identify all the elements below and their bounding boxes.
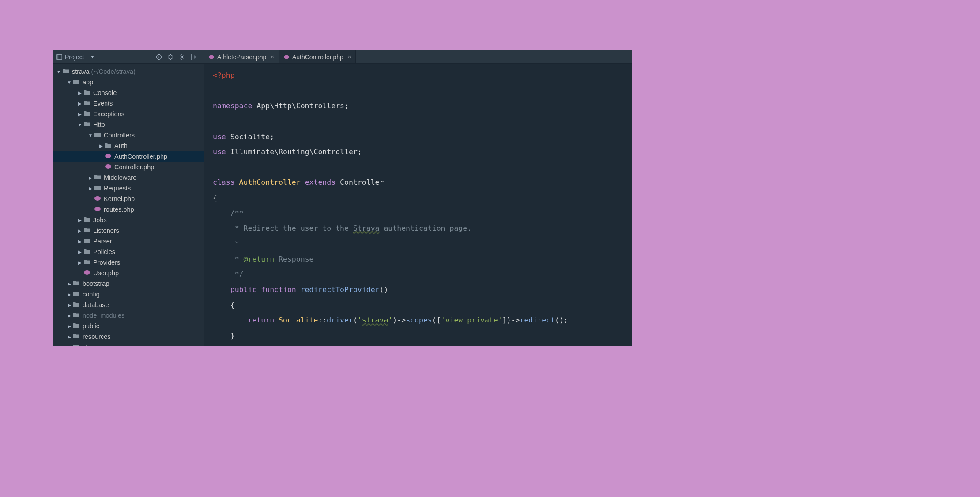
- project-panel-header[interactable]: Project ▼: [53, 50, 204, 63]
- chevron-right-icon[interactable]: ▶: [98, 144, 105, 148]
- tree-item-controllers[interactable]: ▼Controllers: [53, 130, 204, 140]
- tree-item-label: Parser: [93, 238, 112, 245]
- tree-item-storage[interactable]: ▶storage: [53, 342, 204, 346]
- code-token: driver: [327, 316, 353, 324]
- code-token: ([: [432, 316, 441, 324]
- tree-item-config[interactable]: ▶config: [53, 289, 204, 300]
- tree-item-hint: (~/Code/strava): [91, 68, 136, 75]
- chevron-right-icon[interactable]: ▶: [76, 91, 83, 95]
- tree-item-console[interactable]: ▶Console: [53, 87, 204, 98]
- code-editor[interactable]: <?php namespace App\Http\Controllers; us…: [204, 64, 632, 346]
- close-icon[interactable]: ×: [348, 53, 351, 60]
- chevron-down-icon[interactable]: ▼: [66, 80, 73, 85]
- target-icon[interactable]: [155, 53, 162, 61]
- tab-authcontroller[interactable]: AuthController.php ×: [279, 50, 356, 63]
- code-token: public: [213, 285, 256, 294]
- tree-item-exceptions[interactable]: ▶Exceptions: [53, 109, 204, 119]
- folder-icon: [73, 333, 83, 341]
- tree-item-label: Controller.php: [114, 163, 154, 171]
- chevron-right-icon[interactable]: ▶: [76, 218, 83, 223]
- chevron-right-icon[interactable]: ▶: [66, 303, 73, 307]
- tree-item-label: Auth: [114, 142, 128, 149]
- gear-icon[interactable]: [178, 53, 185, 61]
- editor-tabs: AthleteParser.php × AuthController.php ×: [204, 50, 356, 63]
- tree-item-label: Http: [93, 121, 105, 128]
- tree-item-database[interactable]: ▶database: [53, 300, 204, 310]
- topbar: Project ▼ AthleteParser.php × AuthContro…: [53, 50, 632, 64]
- php-file-icon: [94, 206, 104, 213]
- code-token: Socialite: [274, 316, 318, 324]
- tree-item-policies[interactable]: ▶Policies: [53, 247, 204, 257]
- chevron-right-icon[interactable]: ▶: [76, 250, 83, 254]
- chevron-right-icon[interactable]: ▶: [66, 324, 73, 329]
- project-label: Project: [65, 53, 84, 61]
- code-token: view_private: [445, 316, 498, 324]
- code-token: Controller: [335, 178, 384, 186]
- chevron-right-icon[interactable]: ▶: [66, 334, 73, 339]
- chevron-right-icon[interactable]: ▶: [66, 281, 73, 286]
- php-file-icon: [283, 54, 290, 60]
- tree-item-http[interactable]: ▼Http: [53, 119, 204, 130]
- tree-item-label: strava: [72, 68, 90, 75]
- tree-item-strava[interactable]: ▼strava (~/Code/strava): [53, 66, 204, 77]
- chevron-right-icon[interactable]: ▶: [76, 112, 83, 117]
- code-token: /**: [213, 209, 244, 217]
- tree-item-public[interactable]: ▶public: [53, 321, 204, 331]
- tree-item-providers[interactable]: ▶Providers: [53, 257, 204, 268]
- code-token: Socialite;: [226, 133, 274, 141]
- code-token: ::: [318, 316, 327, 324]
- close-icon[interactable]: ×: [271, 53, 274, 60]
- code-token: Response: [274, 255, 313, 263]
- chevron-right-icon[interactable]: ▶: [66, 345, 73, 347]
- folder-icon: [83, 110, 93, 118]
- collapse-icon[interactable]: [167, 53, 174, 61]
- chevron-right-icon[interactable]: ▶: [76, 260, 83, 265]
- tree-item-node-modules[interactable]: ▶node_modules: [53, 310, 204, 321]
- tree-item-label: User.php: [93, 269, 119, 277]
- chevron-right-icon[interactable]: ▶: [66, 292, 73, 297]
- chevron-right-icon[interactable]: ▶: [87, 175, 94, 180]
- folder-icon: [73, 312, 83, 319]
- tree-item-resources[interactable]: ▶resources: [53, 331, 204, 342]
- tree-item-user-php[interactable]: ▶User.php: [53, 268, 204, 278]
- tree-item-bootstrap[interactable]: ▶bootstrap: [53, 278, 204, 289]
- tree-item-events[interactable]: ▶Events: [53, 98, 204, 109]
- chevron-right-icon[interactable]: ▶: [76, 239, 83, 244]
- folder-icon: [83, 238, 93, 245]
- tab-athleteparser[interactable]: AthleteParser.php ×: [204, 50, 279, 63]
- chevron-down-icon[interactable]: ▼: [76, 122, 83, 127]
- project-tree[interactable]: ▼strava (~/Code/strava)▼app▶Console▶Even…: [53, 64, 204, 346]
- hide-icon[interactable]: [190, 53, 197, 61]
- code-token: @return: [244, 255, 275, 263]
- tree-item-app[interactable]: ▼app: [53, 77, 204, 87]
- tree-item-controller-php[interactable]: ▶Controller.php: [53, 162, 204, 172]
- tree-item-parser[interactable]: ▶Parser: [53, 236, 204, 247]
- svg-point-3: [158, 56, 160, 57]
- content-area: ▼strava (~/Code/strava)▼app▶Console▶Even…: [53, 64, 632, 346]
- tree-item-jobs[interactable]: ▶Jobs: [53, 215, 204, 225]
- folder-icon: [73, 322, 83, 330]
- folder-icon: [94, 132, 104, 139]
- tree-item-requests[interactable]: ▶Requests: [53, 183, 204, 193]
- folder-icon: [83, 227, 93, 235]
- chevron-right-icon[interactable]: ▶: [87, 186, 94, 191]
- tree-item-auth[interactable]: ▶Auth: [53, 140, 204, 151]
- code-token: (): [380, 285, 388, 294]
- chevron-right-icon[interactable]: ▶: [76, 228, 83, 233]
- svg-point-4: [181, 56, 183, 57]
- code-token: return: [213, 316, 274, 324]
- tree-item-kernel-php[interactable]: ▶Kernel.php: [53, 193, 204, 204]
- chevron-right-icon[interactable]: ▶: [76, 101, 83, 106]
- tree-item-listeners[interactable]: ▶Listeners: [53, 225, 204, 236]
- tree-item-middleware[interactable]: ▶Middleware: [53, 172, 204, 183]
- code-token: Illuminate\Routing\Controller;: [226, 148, 362, 156]
- php-file-icon: [105, 153, 114, 160]
- code-token: AuthController: [235, 178, 305, 186]
- chevron-down-icon[interactable]: ▼: [55, 69, 62, 74]
- chevron-down-icon[interactable]: ▼: [87, 133, 94, 138]
- chevron-right-icon[interactable]: ▶: [66, 313, 73, 318]
- ide-window: Project ▼ AthleteParser.php × AuthContro…: [53, 50, 632, 346]
- tree-item-routes-php[interactable]: ▶routes.php: [53, 204, 204, 215]
- tree-item-authcontroller-php[interactable]: ▶AuthController.php: [53, 151, 204, 162]
- code-token: ->: [511, 316, 520, 324]
